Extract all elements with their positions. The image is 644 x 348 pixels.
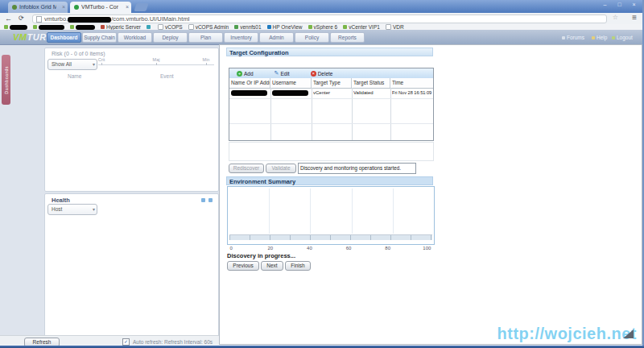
browser-toolbar: ← ⟳ vmturbo./com.vmturbo.UI/UIMain.html …: [0, 13, 644, 25]
finish-button[interactable]: Finish: [285, 261, 311, 271]
tab-plan[interactable]: Plan: [188, 32, 223, 43]
tab-inventory[interactable]: Inventory: [224, 32, 258, 43]
panel-refresh-icon[interactable]: [208, 198, 213, 202]
redacted-text: [39, 25, 64, 30]
tab-workload[interactable]: Workload: [118, 32, 152, 43]
add-button[interactable]: +Add: [237, 71, 254, 77]
watermark: http://wojcieh.net: [497, 325, 637, 343]
bookmark-redacted[interactable]: [33, 25, 64, 30]
sidebar-tab-dashboards[interactable]: Dashboards: [2, 55, 10, 105]
button-label: Edit: [280, 71, 289, 77]
link-label: Logout: [617, 35, 633, 40]
bookmark-hyperic[interactable]: Hyperic Server: [101, 24, 141, 30]
delete-button[interactable]: ×Delete: [311, 71, 333, 77]
previous-button[interactable]: Previous: [227, 261, 259, 271]
risk-panel-title: Risk (0 - 0 of 0 items): [52, 51, 105, 56]
dropdown-value: Host: [52, 206, 62, 212]
col-username[interactable]: Username: [270, 78, 312, 88]
tab-close-icon[interactable]: ×: [62, 2, 65, 13]
browser-menu-icon[interactable]: ≡: [632, 13, 637, 22]
check-icon: ✓: [124, 339, 128, 344]
leaf-icon: [33, 25, 37, 29]
redacted-text: [76, 25, 95, 30]
next-button[interactable]: Next: [261, 261, 283, 271]
refresh-icon[interactable]: ⟳: [19, 14, 24, 23]
bookmark-label: vCOPS Admin: [196, 24, 229, 30]
forums-link[interactable]: Forums: [562, 35, 584, 40]
cell-name: [231, 90, 267, 96]
server-icon: [234, 25, 238, 29]
link-label: Forums: [567, 35, 584, 40]
edit-button[interactable]: ✎Edit: [275, 70, 290, 77]
auto-refresh-checkbox[interactable]: ✓: [122, 338, 130, 346]
tab-admin[interactable]: Admin: [259, 32, 294, 43]
slider-label-crit: Crit: [98, 57, 105, 62]
validate-button[interactable]: Validate: [266, 164, 296, 173]
tab-deploy[interactable]: Deploy: [153, 32, 188, 43]
cell-target-status: Validated: [353, 90, 389, 95]
page-icon: [158, 24, 163, 30]
health-filter-dropdown[interactable]: Host ▾: [47, 204, 97, 215]
table-row[interactable]: vCenter Validated Fri Nov 28 16:51:09: [229, 88, 433, 98]
slider-label-maj: Maj: [153, 57, 160, 62]
bookmark-redacted[interactable]: [70, 25, 95, 30]
bookmark-vcops[interactable]: vCOPS: [158, 24, 183, 30]
tab-reports[interactable]: Reports: [330, 32, 365, 43]
logout-link[interactable]: Logout: [612, 35, 633, 40]
browser-tab-infoblox[interactable]: Infoblox Grid Manager - k.2 ×: [8, 2, 68, 13]
bookmark-redacted[interactable]: [4, 25, 27, 30]
help-link[interactable]: Help: [592, 35, 607, 40]
logo-vm: VM: [13, 32, 27, 42]
button-label: Delete: [318, 71, 333, 77]
x-axis: [229, 234, 432, 240]
browser-tab-vmturbo[interactable]: VMTurbo - Converge, Contr ×: [70, 2, 131, 13]
x-axis-ticks: 0 20 40 60 80 100: [227, 246, 433, 251]
back-icon[interactable]: ←: [5, 14, 12, 23]
close-icon[interactable]: ×: [629, 1, 639, 8]
new-tab-button[interactable]: [134, 3, 148, 11]
bookmark-hp-oneview[interactable]: HP OneView: [267, 24, 303, 30]
bookmark-unlabeled[interactable]: [147, 25, 152, 29]
page-icon: [188, 24, 194, 30]
maximize-icon[interactable]: □: [614, 1, 625, 8]
panel-grid-icon[interactable]: [201, 198, 205, 202]
tab-policy[interactable]: Policy: [295, 32, 329, 43]
minimize-icon[interactable]: –: [600, 1, 610, 8]
chevron-down-icon: ▾: [93, 60, 95, 69]
url-suffix: /com.vmturbo.UI/UIMain.html: [111, 15, 189, 23]
leaf-icon: [308, 25, 312, 29]
browser-window: Infoblox Grid Manager - k.2 × VMTurbo - …: [0, 0, 644, 348]
col-target-status[interactable]: Target Status: [352, 78, 390, 88]
health-panel: Health Host ▾: [44, 193, 219, 345]
discovery-status-field[interactable]: Discovery and monitoring operations star…: [298, 163, 416, 174]
forums-icon: [562, 36, 565, 39]
column-header-event[interactable]: Event: [160, 73, 174, 79]
bookmark-vennfs01[interactable]: vennfs01: [234, 24, 261, 30]
bookmark-vcenter-vip1[interactable]: vCenter VIP1: [343, 24, 380, 30]
target-configuration-header: Target Configuration: [226, 48, 433, 56]
column-header-name[interactable]: Name: [68, 73, 81, 79]
tick-label: 20: [267, 246, 273, 251]
leaf-icon: [343, 25, 347, 29]
bookmark-vcops-admin[interactable]: vCOPS Admin: [188, 24, 229, 30]
gridline: [393, 188, 394, 234]
bookmark-star-icon[interactable]: ☆: [613, 14, 618, 21]
snowflake-icon: [147, 25, 151, 29]
tab-favicon: [74, 5, 79, 10]
bookmark-vdr[interactable]: VDR: [386, 24, 404, 30]
url-bar[interactable]: vmturbo./com.vmturbo.UI/UIMain.html: [32, 14, 607, 23]
risk-filter-dropdown[interactable]: Show All ▾: [47, 59, 97, 70]
col-target-type[interactable]: Target Type: [312, 78, 352, 88]
tab-supply-chain[interactable]: Supply Chain: [82, 32, 117, 43]
bookmark-vsphere6[interactable]: vSphere 6: [308, 24, 338, 30]
tab-dashboard[interactable]: Dashboard: [47, 32, 81, 43]
rediscover-button[interactable]: Rediscover: [229, 164, 264, 173]
row-divider: [229, 98, 433, 99]
bookmark-label: VDR: [393, 24, 404, 30]
col-name-or-ip[interactable]: Name Or IP Address: [229, 78, 270, 88]
tab-title: Infoblox Grid Manager - k.2: [19, 2, 56, 13]
tab-close-icon[interactable]: ×: [126, 2, 129, 13]
col-time[interactable]: Time: [390, 78, 432, 88]
edit-icon: ✎: [275, 70, 279, 77]
resize-grip[interactable]: [623, 329, 634, 338]
